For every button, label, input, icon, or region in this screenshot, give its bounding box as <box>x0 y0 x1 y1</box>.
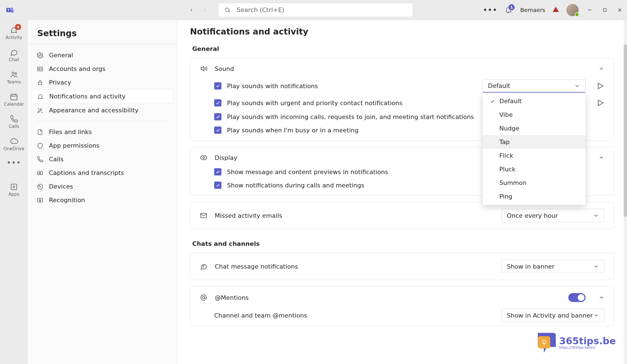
svg-rect-31 <box>38 198 43 202</box>
eye-icon <box>200 154 208 162</box>
bell-badge-count: 1 <box>508 4 515 10</box>
settings-item-permissions[interactable]: App permissions <box>31 139 174 152</box>
label: Show notifications during calls and meet… <box>227 182 364 189</box>
checkbox-sound-busy[interactable] <box>214 127 221 134</box>
svg-point-21 <box>39 68 40 70</box>
watermark: 365tips.be https://365tips.be/en/ <box>536 333 616 353</box>
sound-option-label: Pluck <box>499 166 515 173</box>
rail-item-calls[interactable]: Calls <box>2 112 26 132</box>
sound-option[interactable]: Ping <box>483 190 586 203</box>
rail-item-activity[interactable]: 9 Activity <box>2 23 26 43</box>
mentions-toggle[interactable] <box>568 293 586 302</box>
settings-item-accounts[interactable]: Accounts and orgs <box>31 62 174 76</box>
chevron-up-icon[interactable] <box>598 294 604 301</box>
activity-bell-icon[interactable]: 1 <box>505 6 513 14</box>
settings-item-devices[interactable]: Devices <box>31 180 174 193</box>
chevron-down-icon <box>593 263 599 269</box>
rail-item-calendar[interactable]: Calendar <box>2 90 26 110</box>
presence-available-icon <box>575 12 579 17</box>
svg-rect-12 <box>11 94 17 100</box>
at-icon <box>200 294 208 301</box>
settings-item-general[interactable]: General <box>31 48 174 62</box>
settings-item-captions[interactable]: ccCaptions and transcripts <box>31 166 174 180</box>
sound-option[interactable]: Vibe <box>483 108 586 122</box>
sound-option[interactable]: Flick <box>483 149 586 162</box>
label: Show message and content previews in not… <box>227 169 388 175</box>
settings-item-calls[interactable]: Calls <box>31 152 174 166</box>
checkbox-preview[interactable] <box>214 168 221 175</box>
nav-forward-button[interactable] <box>201 7 208 13</box>
sound-option-label: Flick <box>499 152 513 159</box>
missed-emails-card: Missed activity emails Once every hour <box>190 202 614 229</box>
play-sound-button[interactable] <box>596 99 604 107</box>
avatar[interactable] <box>566 4 579 16</box>
teams-logo-icon: T <box>3 3 17 17</box>
rail-label: Apps <box>8 192 19 197</box>
svg-text:cc: cc <box>39 172 41 174</box>
svg-point-10 <box>12 72 14 74</box>
sound-option[interactable]: Pluck <box>483 162 586 176</box>
chevron-up-icon[interactable] <box>598 66 604 72</box>
page-title: Notifications and activity <box>190 27 614 36</box>
svg-point-32 <box>40 199 41 200</box>
sound-select[interactable]: Default <box>483 79 586 93</box>
rail-label: Chat <box>9 57 19 62</box>
search-input[interactable]: Search (Ctrl+E) <box>218 3 413 17</box>
missed-emails-select[interactable]: Once every hour <box>502 209 604 222</box>
sound-option[interactable]: Nudge <box>483 122 586 135</box>
search-placeholder: Search (Ctrl+E) <box>237 6 284 13</box>
svg-rect-24 <box>38 82 42 85</box>
settings-title: Settings <box>28 20 177 44</box>
svg-line-5 <box>229 11 230 12</box>
window-close-button[interactable] <box>616 6 624 14</box>
play-sound-button[interactable] <box>596 82 604 90</box>
rail-label: Calls <box>9 124 19 129</box>
chat-notif-select[interactable]: Show in banner <box>502 260 604 273</box>
account-name[interactable]: Bernaers <box>520 7 545 13</box>
window-minimize-button[interactable] <box>586 6 594 14</box>
label: Play sounds with urgent and priority con… <box>227 100 403 107</box>
lightbulb-icon <box>538 336 550 348</box>
window-maximize-button[interactable] <box>601 6 609 14</box>
svg-text:T: T <box>8 8 10 12</box>
checkbox-sound-notif[interactable] <box>214 82 221 90</box>
sound-option[interactable]: Default <box>483 94 586 108</box>
svg-marker-34 <box>598 100 603 106</box>
svg-rect-3 <box>11 9 14 13</box>
chevron-down-icon <box>593 212 599 219</box>
settings-item-appearance[interactable]: Appearance and accessibility <box>31 103 174 117</box>
rail-item-teams[interactable]: Teams <box>2 67 26 87</box>
nav-back-button[interactable] <box>188 7 195 13</box>
app-rail: 9 Activity Chat Teams Calendar Calls One… <box>0 20 28 364</box>
display-header: Display <box>215 154 237 161</box>
svg-point-25 <box>42 112 42 113</box>
rail-item-onedrive[interactable]: OneDrive <box>2 134 26 154</box>
sound-option[interactable]: Tap <box>483 135 586 149</box>
rail-item-apps[interactable]: Apps <box>2 180 26 200</box>
chevron-up-icon[interactable] <box>598 155 604 161</box>
rail-more-button[interactable]: ••• <box>7 159 21 167</box>
scrollbar-thumb[interactable] <box>624 44 627 217</box>
settings-item-privacy[interactable]: Privacy <box>31 76 174 89</box>
divider <box>37 121 168 121</box>
mentions-select[interactable]: Show in Activity and banner <box>502 309 604 322</box>
svg-rect-7 <box>603 8 606 11</box>
checkbox-sound-urgent[interactable] <box>214 99 221 107</box>
settings-item-files[interactable]: Files and links <box>31 125 174 139</box>
settings-item-notifications[interactable]: Notifications and activity <box>31 89 174 103</box>
more-menu-button[interactable]: ••• <box>483 6 497 14</box>
chat-notif-header: Chat message notifications <box>215 263 298 270</box>
svg-point-2 <box>11 7 13 9</box>
speaker-icon <box>200 65 208 73</box>
settings-item-recognition[interactable]: Recognition <box>31 193 174 207</box>
checkbox-during-calls[interactable] <box>214 182 221 189</box>
chat-icon <box>200 263 208 270</box>
sound-option-label: Ping <box>499 193 512 200</box>
rail-item-chat[interactable]: Chat <box>2 45 26 65</box>
svg-point-35 <box>203 157 205 159</box>
sound-option[interactable]: Summon <box>483 176 586 190</box>
section-chats: Chats and channels <box>192 240 612 247</box>
svg-point-19 <box>39 55 41 56</box>
sound-dropdown[interactable]: DefaultVibeNudgeTapFlickPluckSummonPing <box>483 93 586 205</box>
checkbox-sound-calls[interactable] <box>214 113 221 120</box>
